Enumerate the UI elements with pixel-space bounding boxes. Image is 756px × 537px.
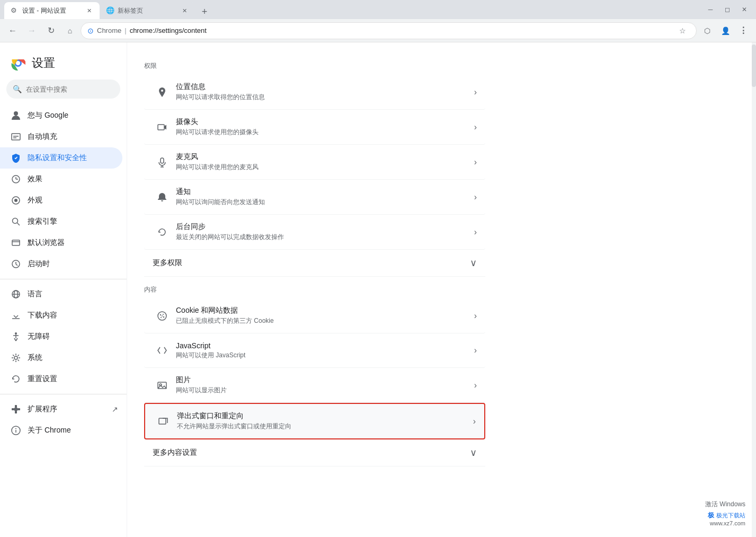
sidebar-divider-1 [0,279,127,279]
more-content-settings-label: 更多内容设置 [153,448,197,457]
background-sync-arrow: › [474,227,477,237]
background-sync-title: 后台同步 [176,222,474,232]
cookies-item[interactable]: Cookie 和网站数据 已阻止无痕模式下的第三方 Cookie › [144,298,485,333]
popups-text: 弹出式窗口和重定向 不允许网站显示弹出式窗口或使用重定向 [177,411,473,431]
sidebar-item-default-browser[interactable]: 默认浏览器 [0,232,122,253]
sidebar-search[interactable]: 🔍 [6,80,120,99]
camera-item[interactable]: 摄像头 网站可以请求使用您的摄像头 › [144,110,485,145]
sidebar-item-about-label: 关于 Chrome [28,426,71,435]
tab-settings[interactable]: ⚙ 设置 - 网站设置 ✕ [4,2,100,19]
sidebar-item-system[interactable]: 系统 [0,347,122,368]
privacy-icon [11,153,21,163]
new-tab-button[interactable]: + [197,4,212,19]
microphone-icon [153,153,172,172]
notifications-title: 通知 [176,187,474,197]
toolbar-actions: ⬡ 👤 ⋮ [699,22,752,39]
camera-title: 摄像头 [176,117,474,127]
camera-desc: 网站可以请求使用您的摄像头 [176,128,474,137]
forward-button[interactable]: → [23,22,40,39]
sidebar-item-autofill[interactable]: 自动填充 [0,126,122,147]
sidebar-item-appearance-label: 外观 [28,196,42,205]
spacer [144,466,485,498]
sidebar-item-appearance[interactable]: 外观 [0,190,122,211]
refresh-button[interactable]: ↻ [42,22,59,39]
images-text: 图片 网站可以显示图片 [176,375,474,395]
address-separator: | [124,27,126,34]
tab-settings-title: 设置 - 网站设置 [22,6,82,15]
more-content-settings-item[interactable]: 更多内容设置 ∨ [144,439,485,466]
background-sync-icon [153,223,172,242]
tab-newtab[interactable]: 🌐 新标签页 ✕ [100,2,195,19]
restore-button[interactable]: ◻ [720,2,735,17]
content-inner: 权限 位置信息 网站可以请求取得您的位置信息 › [127,42,498,509]
close-button[interactable]: ✕ [737,2,752,17]
svg-point-3 [14,111,18,116]
svg-point-39 [160,314,161,315]
sidebar-item-extensions-label: 扩展程序 [28,404,57,414]
sidebar-item-privacy[interactable]: 隐私设置和安全性 [0,147,122,169]
svg-point-10 [13,218,18,224]
sidebar-item-google[interactable]: 您与 Google [0,105,122,126]
brand-label: Chrome [97,27,121,34]
sidebar-item-performance[interactable]: 效果 [0,169,122,190]
javascript-desc: 网站可以使用 JavaScript [176,351,474,360]
svg-rect-4 [12,134,20,140]
watermark-url: www.xz7.com [705,520,745,526]
images-title: 图片 [176,375,474,385]
notifications-item[interactable]: 通知 网站可以询问能否向您发送通知 › [144,180,485,215]
notifications-icon [153,188,172,207]
security-icon: ⊙ [87,27,94,35]
svg-point-42 [163,316,164,317]
sidebar-item-startup[interactable]: 启动时 [0,253,122,275]
cookies-arrow: › [474,311,477,321]
address-text: chrome://settings/content [130,27,672,34]
svg-point-24 [14,356,17,359]
sidebar-item-downloads[interactable]: 下载内容 [0,305,122,326]
javascript-item[interactable]: JavaScript 网站可以使用 JavaScript › [144,333,485,368]
minimize-button[interactable]: ─ [703,2,718,17]
sidebar-item-accessibility[interactable]: 无障碍 [0,326,122,347]
toolbar: ← → ↻ ⌂ ⊙ Chrome | chrome://settings/con… [0,19,756,42]
sidebar-item-about[interactable]: 关于 Chrome [0,420,122,441]
more-permissions-item[interactable]: 更多权限 ∨ [144,250,485,277]
background-sync-item[interactable]: 后台同步 最近关闭的网站可以完成数据收发操作 › [144,215,485,250]
images-item[interactable]: 图片 网站可以显示图片 › [144,368,485,403]
tab-settings-close[interactable]: ✕ [85,6,93,15]
sidebar-item-extensions[interactable]: 扩展程序 ↗ [0,399,122,420]
svg-point-19 [15,332,17,334]
content-section-label: 内容 [144,277,485,298]
svg-rect-12 [12,240,20,245]
microphone-item[interactable]: 麦克风 网站可以请求使用您的麦克风 › [144,145,485,180]
popups-arrow: › [473,417,476,426]
cast-button[interactable]: ⬡ [699,22,716,39]
settings-page-title: 设置 [32,55,55,71]
svg-rect-46 [159,418,166,424]
menu-button[interactable]: ⋮ [735,22,752,39]
tab-newtab-close[interactable]: ✕ [180,6,189,15]
location-title: 位置信息 [176,82,474,92]
svg-rect-28 [17,408,20,410]
popups-item[interactable]: 弹出式窗口和重定向 不允许网站显示弹出式窗口或使用重定向 › [144,403,485,439]
scrollbar-track[interactable] [752,42,756,537]
autofill-icon [11,131,21,142]
performance-icon [11,174,21,184]
about-icon [11,425,21,436]
sidebar-search-input[interactable] [26,85,115,93]
back-button[interactable]: ← [4,22,21,39]
settings-sidebar: 设置 🔍 您与 Google 自动填充 [0,42,127,537]
language-icon [11,289,21,300]
sidebar-item-language[interactable]: 语言 [0,284,122,305]
microphone-title: 麦克风 [176,152,474,162]
notifications-text: 通知 网站可以询问能否向您发送通知 [176,187,474,207]
sidebar-item-search[interactable]: 搜索引擎 [0,211,122,232]
sidebar-item-startup-label: 启动时 [28,259,50,269]
address-bar[interactable]: ⊙ Chrome | chrome://settings/content ☆ [81,22,697,39]
home-button[interactable]: ⌂ [61,22,78,39]
bookmark-button[interactable]: ☆ [675,23,690,38]
profile-button[interactable]: 👤 [717,22,734,39]
window-controls: ─ ◻ ✕ [703,2,752,17]
newtab-favicon: 🌐 [106,6,114,15]
sidebar-item-reset[interactable]: 重置设置 [0,368,122,390]
scrollbar-thumb[interactable] [752,45,756,87]
location-item[interactable]: 位置信息 网站可以请求取得您的位置信息 › [144,75,485,110]
